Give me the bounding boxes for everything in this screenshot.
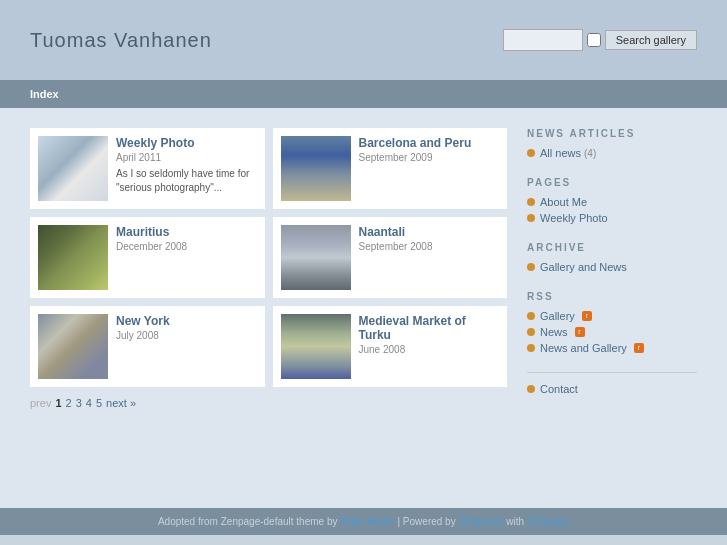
gallery-info: New York July 2008: [116, 314, 257, 345]
gallery-thumbnail: [281, 314, 351, 379]
sidebar-item-gallery-news[interactable]: Gallery and News: [527, 261, 697, 273]
bullet-icon: [527, 149, 535, 157]
gallery-grid: Weekly Photo April 2011 As I so seldomly…: [30, 128, 507, 387]
sidebar-pages-title: PAGES: [527, 177, 697, 188]
gallery-area: Weekly Photo April 2011 As I so seldomly…: [30, 128, 507, 488]
about-me-link[interactable]: About Me: [540, 196, 587, 208]
gallery-thumbnail: [38, 314, 108, 379]
pagination-page-1[interactable]: 1: [55, 397, 61, 409]
sidebar-item-rss-newsgallery[interactable]: News and Gallery r: [527, 342, 697, 354]
pagination-page-4[interactable]: 4: [86, 397, 92, 409]
pagination-next[interactable]: next »: [106, 397, 136, 409]
gallery-info: Naantali September 2008: [359, 225, 500, 256]
search-checkbox[interactable]: [587, 33, 601, 47]
gallery-item: Barcelona and Peru September 2009: [273, 128, 508, 209]
rss-newsgallery-link[interactable]: News and Gallery: [540, 342, 627, 354]
pagination-page-2[interactable]: 2: [66, 397, 72, 409]
gallery-item: Mauritius December 2008: [30, 217, 265, 298]
gallery-title-link[interactable]: Medieval Market of Turku: [359, 314, 500, 342]
pagination: prev 1 2 3 4 5 next »: [30, 397, 507, 409]
pagination-prev: prev: [30, 397, 51, 409]
bullet-icon: [527, 328, 535, 336]
gallery-date: April 2011: [116, 152, 257, 163]
gallery-title-link[interactable]: New York: [116, 314, 257, 328]
gallery-title-link[interactable]: Weekly Photo: [116, 136, 257, 150]
rss-icon: r: [582, 311, 592, 321]
search-button[interactable]: Search gallery: [605, 30, 697, 50]
navbar: Index: [0, 80, 727, 108]
header: Tuomas Vanhanen Search gallery: [0, 0, 727, 80]
gallery-info: Weekly Photo April 2011 As I so seldomly…: [116, 136, 257, 195]
gallery-title-link[interactable]: Barcelona and Peru: [359, 136, 500, 150]
sidebar: NEWS ARTICLES All news (4) PAGES About M…: [527, 128, 697, 488]
gallery-date: July 2008: [116, 330, 257, 341]
gallery-thumbnail: [281, 225, 351, 290]
pagination-page-3[interactable]: 3: [76, 397, 82, 409]
gallery-description: As I so seldomly have time for "serious …: [116, 167, 257, 195]
sidebar-item-contact[interactable]: Contact: [527, 383, 697, 395]
sidebar-news-section: NEWS ARTICLES All news (4): [527, 128, 697, 159]
gallery-item: Weekly Photo April 2011 As I so seldomly…: [30, 128, 265, 209]
sidebar-item-weekly[interactable]: Weekly Photo: [527, 212, 697, 224]
all-news-link[interactable]: All news (4): [540, 147, 596, 159]
sidebar-pages-section: PAGES About Me Weekly Photo: [527, 177, 697, 224]
gallery-title-link[interactable]: Mauritius: [116, 225, 257, 239]
search-area: Search gallery: [503, 29, 697, 51]
gallery-info: Medieval Market of Turku June 2008: [359, 314, 500, 359]
sidebar-item-allnews[interactable]: All news (4): [527, 147, 697, 159]
search-input[interactable]: [503, 29, 583, 51]
gallery-thumbnail: [38, 136, 108, 201]
sidebar-archive-title: ARCHIVE: [527, 242, 697, 253]
sidebar-news-title: NEWS ARTICLES: [527, 128, 697, 139]
rss-news-link[interactable]: News: [540, 326, 568, 338]
rss-icon: r: [634, 343, 644, 353]
main-container: Weekly Photo April 2011 As I so seldomly…: [0, 108, 727, 508]
gallery-thumbnail: [38, 225, 108, 290]
contact-link[interactable]: Contact: [540, 383, 578, 395]
rss-icon: r: [575, 327, 585, 337]
gallery-item: Naantali September 2008: [273, 217, 508, 298]
gallery-date: September 2008: [359, 241, 500, 252]
news-badge: (4): [584, 148, 596, 159]
sidebar-item-about[interactable]: About Me: [527, 196, 697, 208]
gallery-title-link[interactable]: Naantali: [359, 225, 500, 239]
gallery-item: New York July 2008: [30, 306, 265, 387]
bullet-icon: [527, 214, 535, 222]
sidebar-rss-title: RSS: [527, 291, 697, 302]
rss-gallery-link[interactable]: Gallery: [540, 310, 575, 322]
gallery-date: September 2009: [359, 152, 500, 163]
gallery-date: June 2008: [359, 344, 500, 355]
bullet-icon: [527, 344, 535, 352]
sidebar-divider: [527, 372, 697, 373]
nav-index-link[interactable]: Index: [30, 88, 59, 100]
gallery-item: Medieval Market of Turku June 2008: [273, 306, 508, 387]
site-title: Tuomas Vanhanen: [30, 29, 212, 52]
gallery-news-link[interactable]: Gallery and News: [540, 261, 627, 273]
gallery-thumbnail: [281, 136, 351, 201]
footer-zenphoto-link[interactable]: ZENphoto: [458, 516, 503, 527]
sidebar-item-rss-news[interactable]: News r: [527, 326, 697, 338]
bullet-icon: [527, 263, 535, 271]
weekly-photo-link[interactable]: Weekly Photo: [540, 212, 608, 224]
sidebar-rss-section: RSS Gallery r News r News and Gallery r: [527, 291, 697, 354]
sidebar-archive-section: ARCHIVE Gallery and News: [527, 242, 697, 273]
bullet-icon: [527, 385, 535, 393]
gallery-info: Mauritius December 2008: [116, 225, 257, 256]
gallery-date: December 2008: [116, 241, 257, 252]
sidebar-item-rss-gallery[interactable]: Gallery r: [527, 310, 697, 322]
footer-zenpage-link[interactable]: ZENpage: [527, 516, 569, 527]
gallery-info: Barcelona and Peru September 2009: [359, 136, 500, 167]
bullet-icon: [527, 198, 535, 206]
footer-text: Adopted from Zenpage-default theme by Ma…: [158, 516, 569, 527]
footer: Adopted from Zenpage-default theme by Ma…: [0, 508, 727, 535]
pagination-page-5[interactable]: 5: [96, 397, 102, 409]
bullet-icon: [527, 312, 535, 320]
footer-author-link[interactable]: Malte Müller: [340, 516, 394, 527]
